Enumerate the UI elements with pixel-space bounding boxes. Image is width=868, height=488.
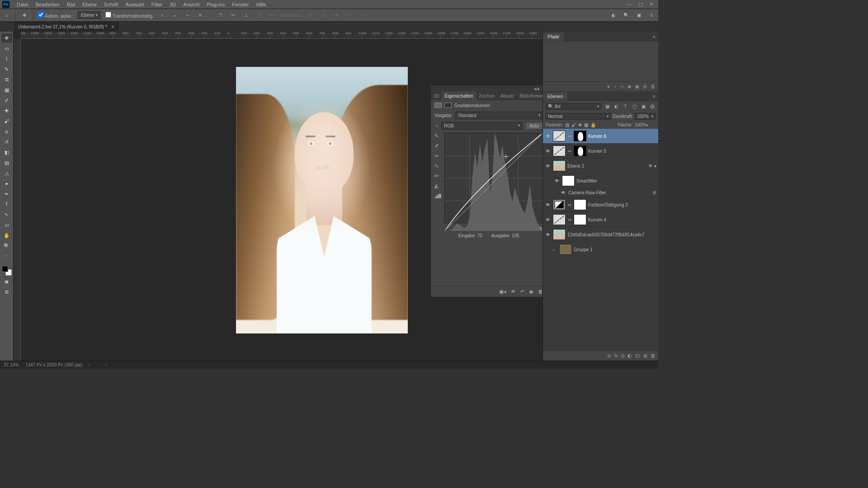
layer-row[interactable]: 👁Camera Raw-Filter⚙ xyxy=(543,188,658,197)
tab-zeichen[interactable]: Zeichen xyxy=(476,92,498,100)
shape-tool[interactable]: ▭ xyxy=(1,221,12,230)
fill-input[interactable]: 100%▾ xyxy=(635,122,656,127)
type-tool[interactable]: T xyxy=(1,200,12,209)
selection-to-path-icon[interactable]: ◆ xyxy=(627,84,631,89)
link-layers-icon[interactable]: ⊘ xyxy=(607,353,611,359)
layer-name[interactable]: Kurven 5 xyxy=(588,149,606,154)
hand-tool[interactable]: ✋ xyxy=(1,231,12,240)
clone-stamp-tool[interactable]: ⧇ xyxy=(1,127,12,136)
new-path-icon[interactable]: ⊞ xyxy=(643,84,647,89)
align-bottom-icon[interactable]: ⊥ xyxy=(242,11,250,19)
share-icon[interactable]: ⇪ xyxy=(647,11,656,19)
mask-thumb[interactable] xyxy=(574,199,586,210)
smooth-curve-icon[interactable]: ∿ xyxy=(434,163,443,169)
histogram-toggle-icon[interactable]: ◢▮ xyxy=(434,192,443,199)
layer-row[interactable]: 👁⫘Farbton/Sättigung 2 xyxy=(543,197,658,212)
menu-hilfe[interactable]: Hilfe xyxy=(252,2,269,7)
tab-3d[interactable]: 3D xyxy=(431,92,442,100)
filter-smart-icon[interactable]: ▣ xyxy=(640,103,646,110)
auto-select-checkbox[interactable]: Autom. ausw.: xyxy=(38,12,73,19)
add-mask-icon[interactable]: ◘ xyxy=(621,353,624,359)
new-group-icon[interactable]: 🗀 xyxy=(635,353,640,359)
more-options-icon[interactable]: ⋯ xyxy=(268,11,276,19)
brush-tool[interactable]: 🖌 xyxy=(1,117,12,126)
tab-absatz[interactable]: Absatz xyxy=(498,92,517,100)
new-layer-icon[interactable]: ⊞ xyxy=(643,353,647,359)
point-sampler-icon[interactable]: ✎ xyxy=(434,133,443,139)
adjustment-thumb[interactable] xyxy=(553,199,566,210)
link-icon[interactable]: ⫘ xyxy=(567,149,572,153)
clip-to-layer-icon[interactable]: ▣◂ xyxy=(499,289,506,295)
screen-mode-toggle[interactable]: ⧉ xyxy=(1,287,12,296)
tab-bibliotheken[interactable]: Bibliotheken xyxy=(517,92,542,100)
menu-auswahl[interactable]: Auswahl xyxy=(122,2,148,7)
visibility-toggle[interactable]: 👁 xyxy=(545,232,551,237)
visibility-toggle[interactable]: 👁 xyxy=(560,190,566,195)
layer-name[interactable]: Farbton/Sättigung 2 xyxy=(588,202,628,207)
align-left-icon[interactable]: ⫞ xyxy=(158,11,166,19)
layer-thumb[interactable] xyxy=(553,229,566,240)
close-tab-icon[interactable]: × xyxy=(112,24,114,29)
info-next-icon[interactable]: › xyxy=(89,362,90,367)
home-icon[interactable]: ⌂ xyxy=(3,11,11,19)
link-icon[interactable]: ⫘ xyxy=(567,134,572,138)
visibility-toggle[interactable]: 👁 xyxy=(545,149,551,154)
search-icon[interactable]: 🔍 xyxy=(622,11,630,19)
layer-row[interactable]: 👁Ebene 2👁 ▾ xyxy=(543,159,658,174)
channel-dropdown[interactable]: RGB▾ xyxy=(441,122,523,130)
lock-pixels-icon[interactable]: 🖌 xyxy=(571,122,576,127)
panel-menu-icon[interactable]: ≡ xyxy=(650,33,658,41)
move-tool[interactable]: ✥ xyxy=(1,33,12,42)
white-sampler-icon[interactable]: ✐ xyxy=(434,143,443,149)
minimize-button[interactable]: — xyxy=(627,1,632,7)
add-mask-icon[interactable]: ▣ xyxy=(635,84,639,89)
layer-name[interactable]: 11b0d5dcae835708d472f6d3f14ca4c7 xyxy=(567,232,645,237)
quick-select-tool[interactable]: ✎ xyxy=(1,65,12,74)
layer-name[interactable]: Smartfilter xyxy=(576,178,597,183)
zoom-level[interactable]: 37,14% xyxy=(4,362,19,367)
align-top-icon[interactable]: ⊤ xyxy=(217,11,225,19)
edit-toolbar[interactable]: ⋯ xyxy=(1,252,12,261)
mask-thumb[interactable] xyxy=(574,131,586,141)
path-to-selection-icon[interactable]: ◇ xyxy=(620,84,624,89)
filter-adjust-icon[interactable]: ◐ xyxy=(613,103,619,110)
align-right-icon[interactable]: ⫟ xyxy=(184,11,192,19)
layer-name[interactable]: Gruppe 1 xyxy=(574,247,593,252)
pen-tool[interactable]: ✒ xyxy=(1,189,12,198)
lock-all-icon[interactable]: 🔒 xyxy=(590,122,596,127)
menu-datei[interactable]: Datei xyxy=(13,2,32,7)
reset-icon[interactable]: ↶ xyxy=(520,289,524,295)
visibility-toggle[interactable]: 👁 xyxy=(545,217,551,222)
curves-graph[interactable] xyxy=(444,133,542,223)
menu-plugins[interactable]: Plug-ins xyxy=(203,2,228,7)
info-prev-icon[interactable]: ‹ xyxy=(105,362,107,367)
layer-row[interactable]: ›Gruppe 1 xyxy=(543,242,658,257)
stroke-path-icon[interactable]: ○ xyxy=(613,84,617,89)
menu-fenster[interactable]: Fenster xyxy=(228,2,252,7)
filter-mask-thumb[interactable] xyxy=(562,175,575,186)
link-icon[interactable]: ⫘ xyxy=(567,217,572,222)
tab-ebenen[interactable]: Ebenen xyxy=(543,92,567,101)
workspace-icon[interactable]: ▣ xyxy=(635,11,643,19)
tab-pfade[interactable]: Pfade xyxy=(543,33,564,41)
auto-button[interactable]: Auto xyxy=(525,122,542,130)
layer-name[interactable]: Ebene 2 xyxy=(567,164,584,169)
black-sampler-icon[interactable]: ✑ xyxy=(434,153,443,159)
layer-name[interactable]: Camera Raw-Filter xyxy=(568,190,606,195)
transform-controls-checkbox[interactable]: Transformationsstrg. xyxy=(105,12,154,19)
opacity-input[interactable]: 100%▾ xyxy=(635,113,656,120)
adjustment-thumb[interactable] xyxy=(553,131,566,141)
layer-row[interactable]: 👁⫘Kurven 5 xyxy=(543,144,658,159)
marquee-tool[interactable]: ▭ xyxy=(1,44,12,53)
dodge-tool[interactable]: ● xyxy=(1,179,12,188)
maximize-button[interactable]: ▢ xyxy=(638,1,643,7)
delete-adjustment-icon[interactable]: 🗑 xyxy=(538,289,542,295)
blend-mode-dropdown[interactable]: Normal▾ xyxy=(546,113,611,120)
move-tool-icon[interactable]: ✥ xyxy=(20,11,28,19)
toggle-visibility-icon[interactable]: 👁 xyxy=(511,289,516,295)
collapse-panel-icon[interactable]: ◂◂ xyxy=(534,86,539,92)
visibility-toggle[interactable]: 👁 xyxy=(545,134,551,139)
new-adjustment-icon[interactable]: ◐ xyxy=(627,353,632,359)
align-center-h-icon[interactable]: ⫠ xyxy=(171,11,179,19)
distribute-v-icon[interactable]: ⋮ xyxy=(255,11,263,19)
